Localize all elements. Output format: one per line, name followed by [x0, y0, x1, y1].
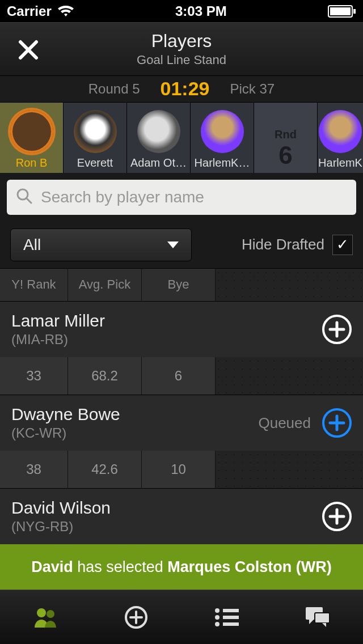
- status-time: 3:03 PM: [175, 3, 227, 19]
- hide-drafted-toggle[interactable]: Hide Drafted ✓: [242, 235, 353, 255]
- svg-rect-11: [223, 616, 239, 619]
- svg-line-4: [27, 198, 31, 203]
- drafter-adam[interactable]: Adam Ot…: [127, 103, 191, 173]
- drafter-ron-b[interactable]: Ron B: [0, 103, 64, 173]
- player-row[interactable]: Dwayne Bowe (KC-WR) Queued 38 42.6 10: [0, 395, 363, 488]
- drafter-name: Ron B: [16, 156, 48, 170]
- filter-row: All Hide Drafted ✓: [0, 222, 363, 268]
- toast-actor: David: [31, 558, 73, 575]
- tab-team[interactable]: [0, 590, 91, 644]
- col-avg[interactable]: Avg. Pick: [68, 269, 142, 302]
- drafter-name: Everett: [77, 156, 113, 170]
- add-player-button[interactable]: [322, 502, 352, 531]
- player-name: Dwayne Bowe: [11, 405, 258, 424]
- drafter-name: HarlemK…: [195, 156, 250, 170]
- dropdown-label: All: [23, 236, 41, 254]
- stat-avg: 42.6: [68, 451, 142, 488]
- search-icon: [16, 188, 33, 207]
- player-name: David Wilson: [11, 498, 322, 518]
- col-rank[interactable]: Y! Rank: [0, 269, 68, 302]
- drafter-harlem-1[interactable]: HarlemK…: [191, 103, 254, 173]
- player-team: (KC-WR): [11, 425, 258, 441]
- round-marker-number: 6: [278, 141, 292, 170]
- svg-rect-15: [315, 613, 330, 623]
- page-subtitle: Goal Line Stand: [0, 53, 363, 67]
- add-player-button[interactable]: [322, 408, 352, 438]
- draft-timer: 01:29: [161, 78, 210, 100]
- svg-point-6: [47, 610, 54, 618]
- chevron-down-icon: [167, 242, 179, 248]
- queued-label: Queued: [258, 414, 311, 432]
- avatar: [10, 110, 53, 153]
- search-area: [0, 173, 363, 222]
- position-dropdown[interactable]: All: [10, 228, 192, 261]
- battery-icon: [328, 5, 356, 18]
- selection-toast: David has selected Marques Colston (WR): [0, 544, 363, 590]
- search-input[interactable]: [41, 188, 347, 206]
- column-header: Y! Rank Avg. Pick Bye: [0, 268, 363, 302]
- svg-point-12: [215, 622, 220, 626]
- stat-bye: 6: [142, 357, 216, 395]
- svg-point-8: [215, 608, 220, 613]
- svg-rect-1: [330, 7, 351, 15]
- svg-point-10: [215, 615, 220, 620]
- avatar: [201, 110, 244, 153]
- round-info: Round 5 01:29 Pick 37: [0, 75, 363, 102]
- stat-bye: 10: [142, 451, 216, 488]
- stat-rank: 38: [0, 451, 68, 488]
- drafter-strip[interactable]: Ron B Everett Adam Ot… HarlemK… Rnd 6 Ha…: [0, 102, 363, 173]
- stat-avg: 68.2: [68, 357, 142, 395]
- player-team: (NYG-RB): [11, 519, 322, 535]
- checkbox-checked-icon[interactable]: ✓: [332, 235, 353, 255]
- avatar: [74, 110, 117, 153]
- carrier-label: Carrier: [7, 3, 52, 19]
- add-player-button[interactable]: [322, 315, 352, 344]
- svg-rect-2: [353, 9, 356, 14]
- col-bye[interactable]: Bye: [142, 269, 216, 302]
- svg-rect-9: [223, 609, 239, 612]
- hide-drafted-label: Hide Drafted: [242, 236, 324, 253]
- header: Players Goal Line Stand: [0, 22, 363, 75]
- player-row[interactable]: David Wilson (NYG-RB): [0, 488, 363, 544]
- round-marker-label: Rnd: [275, 128, 297, 141]
- player-row[interactable]: Lamar Miller (MIA-RB) 33 68.2 6: [0, 301, 363, 395]
- drafter-everett[interactable]: Everett: [64, 103, 127, 173]
- drafter-name: Adam Ot…: [130, 156, 187, 170]
- tab-list[interactable]: [182, 590, 272, 644]
- pick-label: Pick 37: [230, 81, 275, 97]
- status-bar: Carrier 3:03 PM: [0, 0, 363, 22]
- avatar: [319, 110, 362, 153]
- avatar: [137, 110, 180, 153]
- round-marker: Rnd 6: [254, 103, 318, 173]
- player-team: (MIA-RB): [11, 332, 322, 348]
- toast-mid: has selected: [73, 558, 168, 575]
- wifi-icon: [57, 5, 74, 18]
- toast-target: Marques Colston (WR): [167, 558, 332, 575]
- stat-rank: 33: [0, 357, 68, 395]
- tab-add[interactable]: [91, 590, 182, 644]
- tab-chat[interactable]: [272, 590, 363, 644]
- page-title: Players: [0, 31, 363, 52]
- svg-point-5: [37, 608, 46, 617]
- player-name: Lamar Miller: [11, 311, 322, 331]
- tab-bar: [0, 590, 363, 644]
- drafter-harlem-2[interactable]: HarlemK: [318, 103, 363, 173]
- svg-rect-13: [223, 622, 239, 626]
- close-button[interactable]: [15, 36, 42, 63]
- drafter-name: HarlemK: [318, 156, 362, 170]
- round-label: Round 5: [88, 81, 140, 97]
- search-field[interactable]: [7, 180, 356, 215]
